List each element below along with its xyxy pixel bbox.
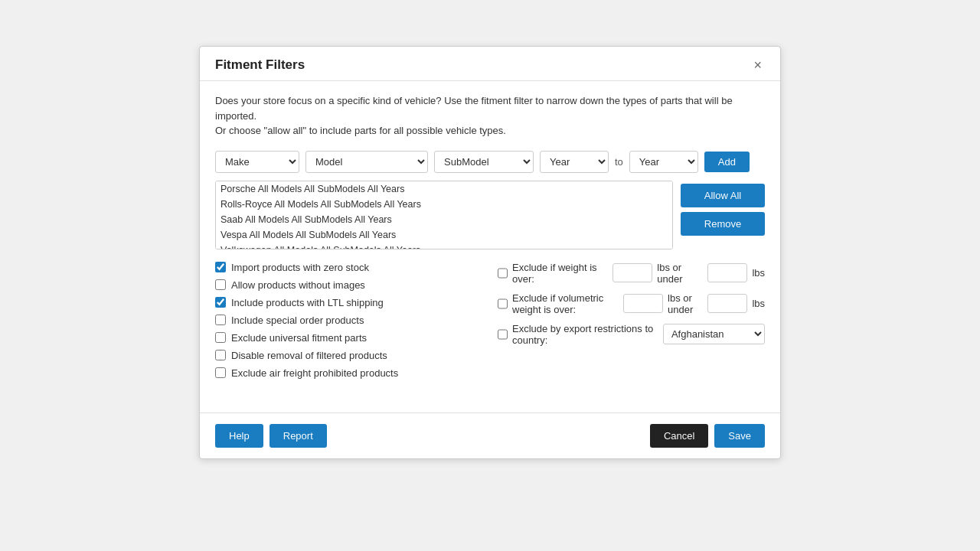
allow-no-images-label: Allow products without images — [231, 279, 365, 291]
volumetric-weight-row: Exclude if volumetric weight is over: lb… — [498, 292, 765, 315]
list-actions: Allow All Remove — [681, 181, 765, 249]
model-select[interactable]: Model — [305, 151, 428, 173]
remove-button[interactable]: Remove — [681, 212, 765, 236]
fitment-filters-dialog: Fitment Filters × Does your store focus … — [199, 46, 781, 459]
exclude-air-freight-label: Exclude air freight prohibited products — [231, 367, 398, 379]
close-button[interactable]: × — [750, 58, 765, 72]
ltl-shipping-checkbox[interactable] — [215, 297, 226, 308]
list-item[interactable]: Volkswagen All Models All SubModels All … — [216, 243, 672, 249]
allow-no-images-checkbox[interactable] — [215, 279, 226, 290]
weight-under-input[interactable] — [707, 263, 747, 282]
cancel-button[interactable]: Cancel — [650, 424, 708, 448]
year-to-select[interactable]: Year — [629, 151, 698, 173]
volumetric-unit2: lbs — [752, 298, 765, 309]
add-button[interactable]: Add — [704, 152, 750, 172]
checkbox-row-exclude-air-freight: Exclude air freight prohibited products — [215, 367, 482, 379]
description-line1: Does your store focus on a specific kind… — [215, 95, 733, 122]
special-order-checkbox[interactable] — [215, 315, 226, 325]
weight-over-input[interactable] — [612, 263, 652, 282]
country-row: Exclude by export restrictions to countr… — [498, 323, 765, 346]
footer-right: Cancel Save — [650, 424, 765, 448]
import-zero-stock-checkbox[interactable] — [215, 262, 226, 272]
weight-over-row: Exclude if weight is over: lbs or under … — [498, 262, 765, 285]
dialog-header: Fitment Filters × — [200, 47, 780, 81]
year-from-select[interactable]: Year — [540, 151, 609, 173]
special-order-label: Include special order products — [231, 315, 364, 326]
checkbox-row-import-zero-stock: Import products with zero stock — [215, 262, 482, 273]
list-area: Porsche All Models All SubModels All Yea… — [215, 181, 765, 249]
options-right: Exclude if weight is over: lbs or under … — [498, 262, 765, 379]
checkbox-row-allow-no-images: Allow products without images — [215, 279, 482, 291]
description: Does your store focus on a specific kind… — [215, 93, 765, 139]
submodel-select[interactable]: SubModel — [434, 151, 534, 173]
country-label: Exclude by export restrictions to countr… — [512, 323, 658, 346]
exclude-universal-label: Exclude universal fitment parts — [231, 332, 367, 344]
weight-over-checkbox[interactable] — [498, 268, 508, 279]
volumetric-weight-checkbox[interactable] — [498, 298, 508, 309]
weight-over-unit1: lbs or under — [657, 262, 703, 285]
ltl-shipping-label: Include products with LTL shipping — [231, 297, 384, 308]
fitment-list[interactable]: Porsche All Models All SubModels All Yea… — [215, 181, 673, 249]
volumetric-weight-label: Exclude if volumetric weight is over: — [512, 292, 619, 315]
disable-removal-label: Disable removal of filtered products — [231, 350, 387, 361]
exclude-universal-checkbox[interactable] — [215, 332, 226, 343]
options-left: Import products with zero stock Allow pr… — [215, 262, 482, 379]
volumetric-under-input[interactable] — [707, 294, 747, 313]
checkbox-row-ltl-shipping: Include products with LTL shipping — [215, 297, 482, 308]
list-item[interactable]: Rolls-Royce All Models All SubModels All… — [216, 197, 672, 212]
volumetric-unit1: lbs or under — [668, 292, 703, 315]
weight-over-label: Exclude if weight is over: — [512, 262, 608, 285]
options-section: Import products with zero stock Allow pr… — [215, 262, 765, 379]
save-button[interactable]: Save — [714, 424, 765, 448]
list-item[interactable]: Porsche All Models All SubModels All Yea… — [216, 181, 672, 197]
disable-removal-checkbox[interactable] — [215, 350, 226, 360]
help-button[interactable]: Help — [215, 424, 263, 448]
report-button[interactable]: Report — [270, 424, 327, 448]
dialog-title: Fitment Filters — [215, 57, 305, 73]
volumetric-over-input[interactable] — [623, 294, 663, 313]
dialog-body: Does your store focus on a specific kind… — [200, 81, 780, 412]
to-label: to — [615, 156, 623, 168]
weight-over-unit2: lbs — [752, 267, 765, 279]
country-checkbox[interactable] — [498, 329, 508, 340]
country-select[interactable]: Afghanistan — [663, 324, 765, 344]
exclude-air-freight-checkbox[interactable] — [215, 367, 226, 378]
make-select[interactable]: Make — [215, 151, 299, 173]
allow-all-button[interactable]: Allow All — [681, 184, 765, 207]
description-line2: Or choose "allow all" to include parts f… — [215, 125, 506, 136]
checkbox-row-exclude-universal: Exclude universal fitment parts — [215, 332, 482, 344]
dialog-footer: Help Report Cancel Save — [200, 412, 780, 458]
footer-left: Help Report — [215, 424, 327, 448]
filter-row: Make Model SubModel Year to Year Add — [215, 151, 765, 173]
list-item[interactable]: Vespa All Models All SubModels All Years — [216, 227, 672, 243]
checkbox-row-disable-removal: Disable removal of filtered products — [215, 350, 482, 361]
list-item[interactable]: Saab All Models All SubModels All Years — [216, 212, 672, 227]
import-zero-stock-label: Import products with zero stock — [231, 262, 369, 273]
checkbox-row-special-order: Include special order products — [215, 315, 482, 326]
